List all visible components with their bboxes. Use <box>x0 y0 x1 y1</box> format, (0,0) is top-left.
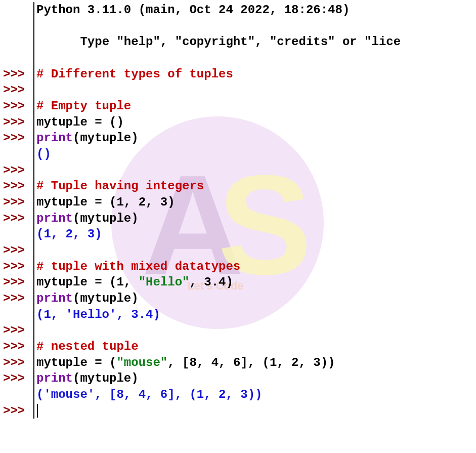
output-1: () <box>34 146 51 162</box>
prompt: >>> <box>0 178 34 194</box>
assign-mixed: mytuple = (1, "Hello", 3.4) <box>34 274 233 291</box>
prompt: >>> <box>0 162 34 179</box>
header-line-1: Python 3.11.0 (main, Oct 24 2022, 18:26:… <box>0 2 476 18</box>
python-console[interactable]: Python 3.11.0 (main, Oct 24 2022, 18:26:… <box>0 0 476 419</box>
prompt: >>> <box>0 66 34 83</box>
comment-mixed: # tuple with mixed datatypes <box>34 259 240 275</box>
blank-line <box>34 242 36 259</box>
comment-types: # Different types of tuples <box>34 66 233 83</box>
prompt: >>> <box>0 339 34 355</box>
prompt: >>> <box>0 130 34 146</box>
prompt: >>> <box>0 259 34 275</box>
cursor-line[interactable] <box>34 403 38 419</box>
output-3: (1, 'Hello', 3.4) <box>34 307 160 323</box>
prompt: >>> <box>0 291 34 307</box>
print-call-2: print(mytuple) <box>34 211 139 227</box>
comment-nested: # nested tuple <box>34 339 139 355</box>
blank-line <box>34 322 36 339</box>
assign-nested: mytuple = ("mouse", [8, 4, 6], (1, 2, 3)… <box>34 355 335 371</box>
assign-empty: mytuple = () <box>34 114 124 131</box>
blank-line <box>34 82 36 98</box>
comment-integers: # Tuple having integers <box>34 178 204 194</box>
help-text: Type "help", "copyright", "credits" or "… <box>80 35 393 49</box>
print-call-4: print(mytuple) <box>34 370 139 387</box>
assign-integers: mytuple = (1, 2, 3) <box>34 194 175 211</box>
prompt: >>> <box>0 242 34 259</box>
prompt: >>> <box>0 403 34 419</box>
version-text: Python 3.11.0 (main, Oct 24 2022, 18:26:… <box>34 2 357 18</box>
print-call-3: print(mytuple) <box>34 291 139 307</box>
prompt: >>> <box>0 194 34 211</box>
prompt: >>> <box>0 82 34 98</box>
prompt: >>> <box>0 355 34 371</box>
prompt: >>> <box>0 370 34 387</box>
output-2: (1, 2, 3) <box>34 226 102 242</box>
prompt: >>> <box>0 114 34 131</box>
comment-empty: # Empty tuple <box>34 98 131 114</box>
prompt: >>> <box>0 274 34 291</box>
output-4: ('mouse', [8, 4, 6], (1, 2, 3)) <box>34 387 262 403</box>
prompt: >>> <box>0 322 34 339</box>
header-line-2: Type "help", "copyright", "credits" or "… <box>0 18 476 66</box>
blank-line <box>34 162 36 179</box>
print-call-1: print(mytuple) <box>34 130 139 146</box>
prompt: >>> <box>0 211 34 227</box>
prompt: >>> <box>0 98 34 114</box>
text-cursor-icon <box>37 404 38 417</box>
